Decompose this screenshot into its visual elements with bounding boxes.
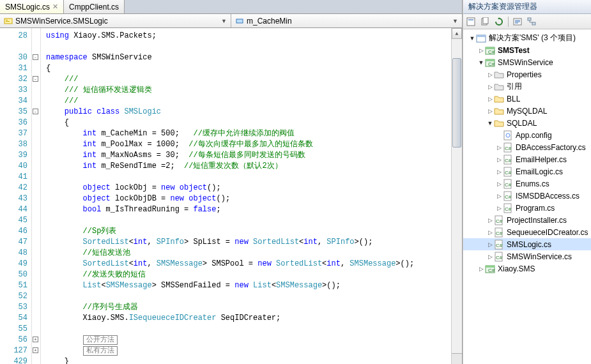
tree-node-label: MySQLDAL <box>506 107 548 116</box>
scroll-up-button[interactable]: ▲ <box>452 28 462 39</box>
config-icon <box>503 130 513 140</box>
line-number: 52 <box>0 291 27 302</box>
cs-icon: C# <box>503 155 513 165</box>
proj-icon: C# <box>485 264 495 274</box>
svg-text:C#: C# <box>496 231 503 236</box>
code-editor[interactable]: 28 3031323334353637383940414243444546474… <box>0 28 462 364</box>
collapsed-region[interactable]: 私有方法 <box>83 346 118 356</box>
folder-icon <box>494 118 504 128</box>
line-number: 41 <box>0 172 27 183</box>
cs-icon: C# <box>503 179 513 189</box>
cs-icon: C# <box>494 239 504 250</box>
svg-text:C#: C# <box>505 146 512 151</box>
tree-node[interactable]: ▷C#ProjectInstaller.cs <box>463 214 591 226</box>
folder-icon <box>494 106 504 116</box>
tree-node[interactable]: ▷C#Program.cs <box>463 202 591 214</box>
splitter-handle[interactable] <box>452 353 462 364</box>
code-text[interactable]: using Xiaoy.SMS.Packets; namespace SMSWi… <box>41 28 451 364</box>
vertical-scrollbar[interactable]: ▲ ▼ <box>451 28 462 364</box>
svg-rect-3 <box>236 19 243 23</box>
tree-node[interactable]: ▼解决方案'SMS' (3 个项目) <box>463 32 591 44</box>
member-dropdown[interactable]: m_CacheMin ▼ <box>231 14 462 27</box>
line-number: 37 <box>0 128 27 139</box>
line-number: 42 <box>0 183 27 193</box>
tree-node-label: BLL <box>506 95 521 103</box>
svg-rect-12 <box>477 35 486 37</box>
line-number: 48 <box>0 248 27 259</box>
view-class-diagram-icon[interactable] <box>526 17 537 27</box>
svg-rect-2 <box>6 21 10 22</box>
svg-rect-5 <box>468 19 473 20</box>
show-all-files-icon[interactable] <box>480 17 490 27</box>
line-number: 40 <box>0 161 27 172</box>
outline-toggle[interactable]: + <box>33 347 38 353</box>
scroll-thumb[interactable] <box>452 58 461 148</box>
tree-node-label: 解决方案'SMS' (3 个项目) <box>488 33 576 43</box>
line-number: 30 <box>0 52 27 63</box>
line-number: 43 <box>0 193 27 204</box>
line-number: 55 <box>0 324 27 335</box>
type-dropdown[interactable]: SMSWinService.SMSLogic ▼ <box>0 14 231 27</box>
svg-rect-4 <box>467 18 475 26</box>
outline-toggle[interactable]: - <box>33 54 38 60</box>
tree-node-label: EmailLogic.cs <box>515 167 564 176</box>
cs-icon: C# <box>503 191 513 201</box>
outline-toggle[interactable]: - <box>33 76 38 82</box>
tree-node[interactable]: ▷C#Xiaoy.SMS <box>463 262 591 275</box>
tree-node[interactable]: ▷C#EmailHelper.cs <box>463 153 591 165</box>
solution-explorer-title: 解决方案资源管理器 <box>463 0 591 14</box>
tree-node[interactable]: App.config <box>463 129 591 141</box>
svg-rect-1 <box>6 20 8 20</box>
tree-node-label: SequeueceIDCreator.cs <box>506 228 588 237</box>
tree-node[interactable]: ▷引用 <box>463 80 591 93</box>
view-code-icon[interactable] <box>512 17 523 27</box>
proj-icon: C# <box>485 45 495 56</box>
cs-icon: C# <box>503 167 513 177</box>
tree-node[interactable]: ▷C#ISMSDBAccess.cs <box>463 190 591 202</box>
tree-node[interactable]: ▷C#SMSLogic.cs <box>463 238 591 250</box>
tab-smslogic[interactable]: SMSLogic.cs ✕ <box>0 0 64 13</box>
tree-node[interactable]: ▷C#Enums.cs <box>463 178 591 190</box>
tree-node[interactable]: ▼SQLDAL <box>463 117 591 129</box>
tree-node[interactable]: ▷MySQLDAL <box>463 105 591 117</box>
outline-toggle[interactable]: + <box>33 337 38 342</box>
tree-node[interactable]: ▷C#EmailLogic.cs <box>463 165 591 178</box>
tree-node-label: SQLDAL <box>506 119 537 128</box>
tree-node[interactable]: ▷C#DBAccessFactory.cs <box>463 141 591 153</box>
line-number: 28 <box>0 31 27 42</box>
tree-node-label: 引用 <box>506 81 523 92</box>
tree-node[interactable]: ▼C#SMSWinService <box>463 56 591 68</box>
tree-node[interactable]: ▷C#SMSWinService.cs <box>463 250 591 262</box>
scroll-track[interactable] <box>452 39 462 342</box>
folder-ref-icon <box>494 82 504 92</box>
tab-cmppclient[interactable]: CmppClient.cs <box>64 0 125 13</box>
outline-toggle[interactable]: - <box>33 109 38 114</box>
svg-text:C#: C# <box>505 206 512 212</box>
line-number: 44 <box>0 204 27 215</box>
tree-node[interactable]: ▷C#SMSTest <box>463 44 591 56</box>
line-number: 45 <box>0 215 27 226</box>
svg-text:C#: C# <box>488 61 495 67</box>
line-number: 38 <box>0 139 27 150</box>
collapsed-region[interactable]: 公开方法 <box>83 335 118 345</box>
line-number: 33 <box>0 85 27 96</box>
sln-icon <box>476 33 486 43</box>
line-number: 50 <box>0 269 27 280</box>
refresh-icon[interactable] <box>494 17 504 27</box>
tree-node[interactable]: ▷Properties <box>463 68 591 80</box>
solution-tree[interactable]: ▼解决方案'SMS' (3 个项目)▷C#SMSTest▼C#SMSWinSer… <box>463 29 591 364</box>
properties-icon[interactable] <box>466 17 476 27</box>
line-number: 31 <box>0 63 27 74</box>
svg-text:C#: C# <box>488 49 495 55</box>
tree-node[interactable]: ▷BLL <box>463 93 591 105</box>
type-name: SMSWinService.SMSLogic <box>15 17 108 26</box>
line-number: 35 <box>0 107 27 118</box>
tab-label: CmppClient.cs <box>69 3 119 11</box>
line-number: 429 <box>0 356 27 364</box>
cs-icon: C# <box>503 142 513 153</box>
folder-ref-icon <box>494 70 504 80</box>
svg-rect-7 <box>483 17 488 24</box>
tree-node[interactable]: ▷C#SequeueceIDCreator.cs <box>463 226 591 238</box>
line-number: 39 <box>0 150 27 161</box>
close-icon[interactable]: ✕ <box>52 3 58 11</box>
